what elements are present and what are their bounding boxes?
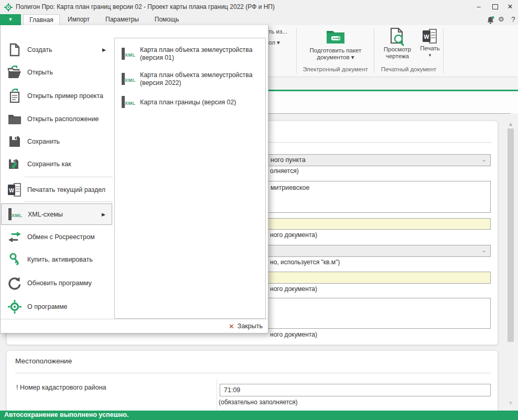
word-icon: W [7, 183, 23, 197]
prepare-package-label-line1: Подготовить пакет [310, 47, 362, 54]
save-as-icon [7, 157, 23, 171]
cadastral-district-hint: (обязательно заполняется) [219, 399, 298, 406]
menu-item-open-sample[interactable]: Открыть пример проекта [1, 84, 112, 107]
window-title: Полигон Про: Карта план границ версии 02… [16, 3, 275, 10]
card-header-separator [15, 373, 491, 373]
location-card-title: Местоположение [15, 357, 72, 365]
svg-text:W: W [9, 187, 14, 193]
scrollbar-thumb[interactable] [508, 128, 514, 342]
prepare-package-button[interactable]: Подготовить пакет документов ▾ [300, 28, 371, 61]
field-hint: ного документа) [270, 331, 317, 338]
field-hint: олняется) [270, 167, 299, 175]
maximize-icon [492, 4, 498, 9]
refresh-icon [7, 276, 23, 290]
menu-item-open[interactable]: Открыть [1, 61, 112, 83]
help-icon[interactable]: ? [511, 15, 515, 24]
submenu-item-border-version-02[interactable]: XML Карта план границы (версия 02) [116, 93, 264, 112]
menu-item-open-location[interactable]: Открыть расположение [1, 107, 112, 130]
drawing-preview-button[interactable]: Просмотр чертежа [376, 27, 418, 60]
xml-schemas-submenu: XML Карта план объекта землеустройства(в… [114, 38, 266, 319]
status-bar: Автосохранение выполнено успешно. [0, 411, 518, 420]
document-magnifier-icon [389, 27, 406, 46]
textarea-value-fragment: митриевское [271, 184, 309, 191]
chevron-down-icon: ⌄ [482, 247, 487, 254]
field-hint: но, используется "кв.м") [270, 259, 340, 266]
preview-label-line2: чертежа [386, 53, 409, 60]
ribbon-tab-row: ▼ Главная Импорт Параметры Помощь ⚙ ? [0, 14, 518, 25]
menu-item-xml-schemas[interactable]: XML XML-схемы ▶ [1, 203, 112, 225]
menu-separator [25, 201, 113, 202]
preview-label-line1: Просмотр [384, 46, 412, 53]
settings-gears-icon[interactable]: ⚙ [498, 15, 504, 23]
open-folder-icon [7, 66, 23, 79]
tab-import[interactable]: Импорт [63, 14, 94, 25]
xml-icon: XML [7, 210, 23, 219]
clipped-ribbon-button-2[interactable]: ол ▾ [268, 39, 280, 46]
combobox-value-fragment: ного пункта [271, 156, 306, 164]
file-menu-panel: Создать ▶ Открыть Открыть пример проекта… [0, 25, 268, 333]
about-target-icon [7, 300, 23, 314]
word-document-icon: W [422, 28, 438, 44]
menu-item-save[interactable]: Сохранить [1, 130, 112, 153]
save-icon [7, 135, 23, 148]
print-button[interactable]: W Печать ▾ [417, 28, 443, 59]
menu-close-button[interactable]: ✕ Закрыть [1, 319, 268, 333]
group-label-electronic-document: Электронный документ [297, 66, 374, 72]
close-x-icon: ✕ [229, 322, 234, 330]
close-button[interactable]: ✕ [502, 0, 518, 14]
folder-icon [7, 113, 23, 125]
menu-separator [25, 177, 113, 177]
chevron-down-icon: ⌄ [482, 156, 487, 163]
menu-item-rosreestr-exchange[interactable]: Обмен с Росреестром [1, 225, 112, 248]
print-caret: ▾ [429, 52, 431, 59]
status-message: Автосохранение выполнено успешно. [4, 411, 128, 418]
key-icon [7, 253, 23, 266]
submenu-item-version-01[interactable]: XML Карта план объекта землеустройства(в… [116, 42, 264, 66]
tab-pomosch[interactable]: Помощь [149, 14, 185, 25]
field-hint: ного документа) [270, 285, 317, 293]
menu-item-print-section[interactable]: W Печатать текущий раздел [1, 178, 112, 201]
svg-text:W: W [424, 34, 429, 40]
xml-icon: XML [121, 74, 136, 84]
submenu-item-version-2022[interactable]: XML Карта план объекта землеустройства(в… [116, 68, 264, 91]
menu-item-create[interactable]: Создать ▶ [1, 38, 112, 61]
submenu-arrow-icon: ▶ [102, 212, 105, 217]
field-hint: ного документа) [270, 231, 317, 239]
title-bar: Полигон Про: Карта план границ версии 02… [0, 0, 518, 14]
maximize-button[interactable] [488, 0, 503, 14]
exchange-arrows-icon [7, 231, 23, 243]
notifications-bell-icon[interactable] [486, 16, 495, 25]
app-window: Полигон Про: Карта план границ версии 02… [0, 0, 518, 420]
prepare-package-label-line2: документов ▾ [317, 54, 354, 61]
menu-item-update[interactable]: Обновить программу [1, 272, 112, 294]
file-menu-button[interactable]: ▼ [0, 14, 21, 25]
scrollbar-down-arrow[interactable]: ▼ [507, 400, 514, 406]
print-label: Печать [420, 45, 440, 52]
ribbon-group-separator [443, 28, 444, 73]
new-document-icon [7, 43, 23, 57]
app-logo-icon [4, 3, 13, 12]
scrollbar-up-arrow[interactable]: ▲ [507, 121, 514, 127]
tab-glavnaya[interactable]: Главная [23, 14, 60, 25]
xml-icon: XML [121, 98, 136, 107]
tab-parametry[interactable]: Параметры [101, 14, 144, 25]
cadastral-district-label: ! Номер кадастрового района [16, 384, 106, 391]
menu-item-save-as[interactable]: Сохранить как [1, 153, 112, 175]
menu-item-buy-activate[interactable]: Купить, активировать [1, 248, 112, 271]
location-card: Местоположение ! Номер кадастрового райо… [6, 350, 498, 420]
usb-folder-icon [325, 28, 346, 45]
cadastral-district-input[interactable]: 71:09 [220, 384, 491, 396]
xml-icon: XML [121, 49, 136, 59]
open-sample-icon [7, 89, 23, 103]
group-label-printed-document: Печатный документ [374, 66, 443, 72]
clipped-ribbon-button-1[interactable]: ть из... [268, 28, 287, 35]
submenu-arrow-icon: ▶ [102, 47, 106, 52]
minimize-button[interactable]: – [471, 0, 487, 14]
menu-item-about[interactable]: О программе [1, 295, 112, 318]
